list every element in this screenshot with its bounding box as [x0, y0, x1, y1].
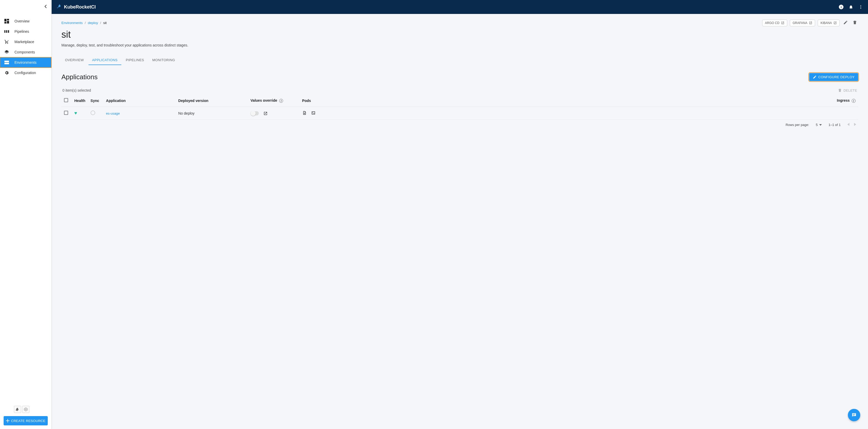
gear-icon — [4, 70, 9, 75]
kibana-label: KIBANA — [820, 21, 832, 25]
selected-count: 0 item(s) selected — [62, 88, 91, 92]
grafana-link[interactable]: GRAFANA — [790, 20, 815, 26]
argo-cd-link[interactable]: ARGO CD — [762, 20, 787, 26]
tab-pipelines[interactable]: PIPELINES — [122, 56, 148, 65]
svg-point-10 — [25, 408, 26, 410]
breadcrumb-separator: / — [85, 21, 86, 25]
edit-button[interactable] — [842, 19, 849, 27]
sync-icon — [91, 111, 95, 115]
rows-per-page-select[interactable]: 5 — [816, 123, 822, 127]
context-kube-button[interactable] — [22, 406, 29, 413]
configure-deploy-label: CONFIGURE DEPLOY — [818, 75, 855, 79]
delete-selected-button[interactable]: DELETE — [838, 88, 857, 92]
sidebar-label-environments: Environments — [14, 60, 37, 64]
breadcrumb-pipeline[interactable]: deploy — [88, 21, 98, 25]
kibana-link[interactable]: KIBANA — [818, 20, 840, 26]
tab-applications[interactable]: APPLICATIONS — [89, 56, 121, 65]
terminal-icon[interactable] — [311, 111, 316, 116]
environments-icon — [4, 60, 9, 65]
tabs: OVERVIEW APPLICATIONS PIPELINES MONITORI… — [61, 56, 858, 65]
page-subtitle: Manage, deploy, test, and troubleshoot y… — [61, 43, 858, 47]
rocket-icon — [56, 4, 61, 10]
info-icon[interactable]: i — [852, 99, 856, 103]
context-rocket-button[interactable] — [14, 406, 21, 413]
sidebar-header — [0, 0, 51, 14]
applications-section-title: Applications — [61, 73, 97, 81]
col-sync: Sync — [88, 94, 103, 107]
argo-label: ARGO CD — [765, 21, 779, 25]
row-checkbox[interactable] — [64, 111, 68, 115]
svg-rect-7 — [4, 61, 9, 62]
main: KubeRocketCI i Environments / deploy / s… — [52, 0, 868, 429]
col-health: Health — [72, 94, 88, 107]
svg-point-11 — [861, 5, 861, 6]
create-resource-button[interactable]: CREATE RESOURCE — [4, 416, 48, 425]
dashboard-icon — [4, 19, 9, 24]
sidebar-label-pipelines: Pipelines — [14, 29, 29, 34]
sidebar-item-components[interactable]: Components — [0, 47, 51, 57]
breadcrumb-environments[interactable]: Environments — [61, 21, 83, 25]
content: Environments / deploy / sit ARGO CD GRAF… — [52, 14, 868, 429]
svg-point-12 — [861, 7, 861, 7]
brand: KubeRocketCI — [56, 4, 96, 10]
svg-rect-8 — [4, 63, 9, 64]
info-button[interactable]: i — [839, 4, 844, 9]
col-pods: Pods — [300, 94, 346, 107]
breadcrumb: Environments / deploy / sit — [61, 21, 106, 25]
col-ingress: Ingress i — [346, 94, 858, 107]
deployed-version: No deploy — [176, 107, 248, 120]
sidebar-footer: CREATE RESOURCE — [0, 402, 51, 429]
sidebar-item-configuration[interactable]: Configuration — [0, 68, 51, 78]
sidebar-item-marketplace[interactable]: Marketplace — [0, 37, 51, 47]
topbar: KubeRocketCI i — [52, 0, 868, 14]
grafana-label: GRAFANA — [793, 21, 807, 25]
pagination-range: 1–1 of 1 — [829, 123, 841, 127]
more-button[interactable] — [858, 4, 863, 9]
sidebar-label-overview: Overview — [14, 19, 29, 23]
select-all-checkbox[interactable] — [64, 98, 68, 102]
sidebar-label-marketplace: Marketplace — [14, 40, 34, 44]
pagination: Rows per page: 5 1–1 of 1 — [61, 120, 858, 130]
svg-rect-2 — [7, 21, 9, 24]
brand-name: KubeRocketCI — [64, 4, 96, 10]
prev-page-button[interactable] — [847, 123, 849, 127]
layers-icon — [4, 50, 9, 55]
sidebar-item-overview[interactable]: Overview — [0, 16, 51, 26]
rows-per-page-label: Rows per page: — [786, 123, 809, 127]
breadcrumb-separator: / — [100, 21, 101, 25]
tab-monitoring[interactable]: MONITORING — [149, 56, 179, 65]
applications-table: Health Sync Application Deployed version… — [61, 94, 858, 120]
sidebar-item-environments[interactable]: Environments — [0, 57, 51, 68]
cart-icon — [4, 39, 9, 44]
col-application: Application — [103, 94, 176, 107]
sidebar: Overview Pipelines Marketplace Component… — [0, 0, 52, 429]
svg-rect-6 — [8, 30, 9, 33]
info-icon[interactable]: i — [279, 99, 283, 103]
svg-rect-4 — [4, 30, 5, 33]
breadcrumb-stage: sit — [103, 21, 107, 25]
create-resource-label: CREATE RESOURCE — [11, 419, 46, 423]
sidebar-item-pipelines[interactable]: Pipelines — [0, 26, 51, 37]
svg-rect-5 — [6, 30, 7, 33]
chat-fab[interactable] — [848, 409, 860, 421]
svg-rect-1 — [7, 19, 9, 21]
tab-overview[interactable]: OVERVIEW — [61, 56, 88, 65]
external-link-icon[interactable] — [264, 111, 268, 115]
col-values-override: Values override i — [248, 94, 300, 107]
sidebar-collapse-button[interactable] — [44, 5, 47, 9]
delete-stage-button[interactable] — [851, 19, 858, 27]
health-icon: ♥ — [74, 111, 77, 116]
table-row: ♥ es-usage No deploy — [61, 107, 858, 120]
col-deployed-version: Deployed version — [176, 94, 248, 107]
values-override-toggle[interactable] — [251, 111, 259, 115]
logs-icon[interactable] — [302, 111, 307, 116]
configure-deploy-button[interactable]: CONFIGURE DEPLOY — [809, 73, 858, 81]
sidebar-label-configuration: Configuration — [14, 71, 36, 75]
chevron-down-icon — [819, 124, 822, 126]
svg-rect-0 — [4, 19, 6, 22]
notifications-button[interactable] — [848, 4, 854, 9]
svg-point-13 — [861, 8, 861, 9]
pipelines-icon — [4, 29, 9, 34]
application-link[interactable]: es-usage — [106, 112, 120, 115]
next-page-button[interactable] — [854, 123, 856, 127]
